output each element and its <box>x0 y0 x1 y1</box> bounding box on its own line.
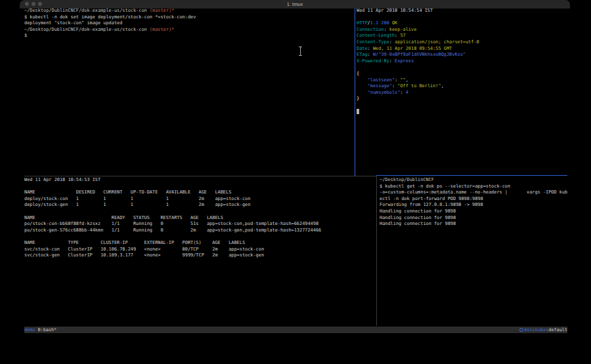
terminal-line: Date: Wed, 11 Apr 2018 09:54:55 GMT <box>357 46 567 52</box>
terminal-line <box>357 14 567 21</box>
terminal-line: svc/stock-con ClusterIP 10.106.78.249 <n… <box>24 247 376 253</box>
window-item[interactable]: 0:bash* <box>35 327 56 333</box>
terminal-line: po/stock-con-bb68f88fd-kzsxz 1/1 Running… <box>24 221 376 228</box>
terminal-line: NAME READY STATUS RESTARTS AGE LABELS <box>24 215 376 222</box>
pane-divider-vertical-top[interactable] <box>355 9 355 176</box>
terminal-line: deploy/stock-con 1 1 1 1 2m app=stock-co… <box>24 196 376 203</box>
pane-divider-vertical-bottom[interactable] <box>376 176 377 326</box>
terminal-line <box>357 109 567 115</box>
terminal-line: { <box>357 71 567 77</box>
pane-divider-horizontal-right[interactable] <box>376 175 567 176</box>
terminal-line: ~/Desktop/DublinCNCF/dok-example-us/stoc… <box>24 8 355 14</box>
mouse-ibeam-cursor <box>299 47 302 56</box>
terminal-line <box>24 209 376 215</box>
screen: { "window": { "title": "1. tmux" }, "col… <box>0 0 591 364</box>
terminal-line: -o=custom-columns=:metadata.name --no-he… <box>380 190 567 196</box>
session-name: demo <box>24 327 35 333</box>
terminal-line <box>24 184 376 190</box>
kubernetes-icon <box>519 328 523 332</box>
terminal-line: ectl -n dok port-forward POD 9898:9898 <box>380 196 567 203</box>
terminal-line: ~/Desktop/DublinCNCF <box>380 177 567 184</box>
kube-namespace: :default <box>546 327 567 333</box>
pane-bottom-left-kubectl-watch[interactable]: Wed 11 Apr 2018 10:54:53 ISTNAME DESIRED… <box>24 177 376 259</box>
terminal-line: $ kubectl get -n dok po --selector=app=s… <box>380 184 567 190</box>
terminal-line: HTTP/1.1 200 OK <box>357 20 567 27</box>
terminal-line: deploy/stock-gen 1 1 1 1 2m app=stock-ge… <box>24 202 376 209</box>
terminal-line: } <box>357 96 567 102</box>
terminal-line: "message": "Off to Berlin!", <box>357 83 567 90</box>
terminal-line: po/stock-gen-576cc688bb-44kmn 1/1 Runnin… <box>24 228 376 234</box>
pane-bottom-right-port-forward[interactable]: ~/Desktop/DublinCNCF$ kubectl get -n dok… <box>380 177 567 228</box>
pane-top-right-http-response[interactable]: Wed 11 Apr 2018 10:54:54 ISTHTTP/1.1 200… <box>357 8 567 115</box>
terminal-line: Content-Type: application/json; charset=… <box>357 39 567 46</box>
terminal-line: "lastseen": "", <box>357 77 567 84</box>
tmux-status-bar: demo 0:bash* minikube:default <box>24 327 567 333</box>
terminal-line: Handling connection for 9898 <box>380 209 567 215</box>
terminal-line: Forwarding from 127.0.0.1:9898 -> 9898 <box>380 202 567 209</box>
terminal-line: NAME DESIRED CURRENT UP-TO-DATE AVAILABL… <box>24 190 376 196</box>
terminal-line <box>357 102 567 109</box>
terminal-line: Content-Length: 57 <box>357 33 567 39</box>
terminal-line <box>357 64 567 71</box>
terminal-line: $ <box>24 33 355 39</box>
status-left: demo 0:bash* <box>24 327 56 333</box>
terminal-line: Handling connection for 9898 <box>380 215 567 222</box>
terminal-line: Wed 11 Apr 2018 10:54:54 IST <box>357 8 567 14</box>
terminal-line <box>24 233 376 240</box>
terminal-line: ~/Desktop/DublinCNCF/dok-example-us/stoc… <box>24 27 355 33</box>
terminal-line: ETag: W/"39-0xBPf9aF1dXVNkhsxoBQgJ8vKzo" <box>357 52 567 58</box>
terminal-line: deployment "stock-con" image updated <box>24 20 355 27</box>
terminal-line: Wed 11 Apr 2018 10:54:53 IST <box>24 177 376 184</box>
status-right: minikube:default <box>519 327 568 333</box>
terminal-line: X-Powered-By: Express <box>357 58 567 65</box>
terminal-line: Handling connection for 9898 <box>380 221 567 228</box>
terminal-line: NAME TYPE CLUSTER-IP EXTERNAL-IP PORT(S)… <box>24 240 376 247</box>
terminal-line: Connection: keep-alive <box>357 27 567 33</box>
terminal-line: svc/stock-gen ClusterIP 10.109.3.177 <no… <box>24 253 376 259</box>
kube-context: minikube <box>525 327 546 333</box>
terminal-line: $ kubectl -n dok set image deployment/st… <box>24 14 355 21</box>
pane-top-left-shell[interactable]: ~/Desktop/DublinCNCF/dok-example-us/stoc… <box>24 8 355 39</box>
terminal-line: "numsymbols": 4 <box>357 90 567 96</box>
pane-divider-horizontal-left[interactable] <box>24 176 376 176</box>
